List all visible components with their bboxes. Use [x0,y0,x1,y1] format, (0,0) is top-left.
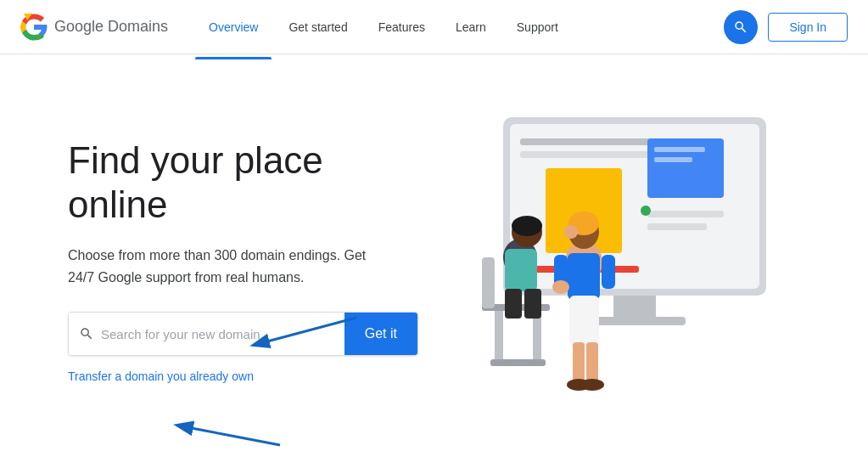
header: Google Domains Overview Get started Feat… [0,0,868,54]
header-actions: Sign In [724,10,848,44]
hero-section: Find your place online Choose from more … [68,138,418,385]
svg-rect-32 [586,342,598,385]
search-input-icon [79,326,94,341]
svg-rect-9 [654,147,705,152]
nav-item-features[interactable]: Features [365,14,439,41]
nav-item-get-started[interactable]: Get started [275,14,361,41]
svg-line-42 [178,426,280,445]
search-icon [733,20,748,35]
main-nav: Overview Get started Features Learn Supp… [195,14,724,41]
svg-rect-13 [647,223,707,230]
nav-item-support[interactable]: Support [503,14,572,41]
svg-rect-25 [524,289,541,319]
svg-rect-6 [520,151,656,158]
logo: Google Domains [20,14,168,41]
svg-rect-18 [490,359,546,366]
illustration-svg [435,100,800,423]
svg-point-37 [552,280,569,294]
svg-rect-3 [613,296,656,319]
svg-rect-23 [505,249,537,291]
main-content: Find your place online Choose from more … [0,54,868,468]
svg-point-14 [641,206,651,216]
svg-point-34 [580,379,604,391]
signin-button[interactable]: Sign In [768,13,848,42]
domain-search-input[interactable] [101,327,334,341]
search-button[interactable] [724,10,758,44]
svg-rect-24 [505,289,522,319]
transfer-domain-link[interactable]: Transfer a domain you already own [68,369,254,383]
get-it-button[interactable]: Get it [344,313,417,355]
nav-item-learn[interactable]: Learn [442,14,500,41]
hero-headline: Find your place online [68,138,418,228]
svg-rect-12 [647,211,724,217]
hero-subheadline: Choose from more than 300 domain endings… [68,245,390,288]
svg-rect-31 [573,342,585,385]
logo-text: Google Domains [54,18,168,36]
svg-rect-16 [495,311,503,362]
domain-search-bar: Get it [68,312,418,356]
svg-rect-10 [654,157,692,162]
google-logo-icon [20,14,48,41]
nav-item-overview[interactable]: Overview [195,14,272,41]
svg-rect-29 [568,253,600,300]
hero-illustration [435,100,800,423]
svg-point-38 [564,225,578,239]
search-input-wrapper [69,313,344,355]
svg-rect-19 [482,257,495,308]
svg-point-22 [512,216,542,236]
svg-rect-36 [602,255,615,289]
svg-rect-30 [569,296,599,347]
